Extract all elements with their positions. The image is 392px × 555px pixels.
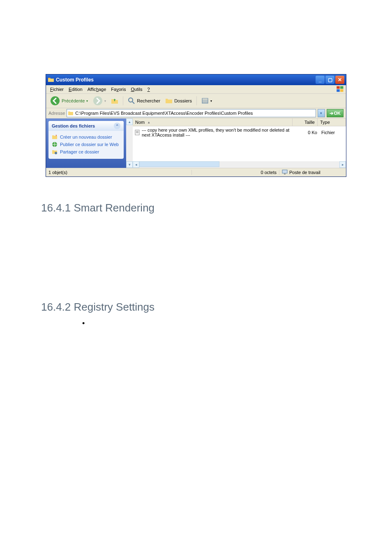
back-label: Précédente	[62, 98, 85, 103]
file-type: Fichier	[321, 130, 344, 135]
scroll-right-button[interactable]: ▸	[339, 161, 346, 168]
file-list-pane: Nom Taille Type --- copy here your own	[133, 118, 346, 168]
panel-vertical-scrollbar[interactable]: ▴ ▾	[126, 118, 133, 168]
maximize-button[interactable]: ▢	[325, 76, 334, 84]
status-bytes: 0 octets	[192, 170, 279, 175]
explorer-window: Custom Profiles _ ▢ ✕ Fichier Edition Af…	[46, 74, 346, 177]
toolbar-separator	[123, 96, 123, 105]
search-icon	[128, 97, 135, 104]
menu-file[interactable]: Fichier	[48, 86, 66, 93]
scroll-track[interactable]	[139, 161, 339, 168]
explorer-body: Gestion des fichiers ⌃ Créer un nouveau …	[46, 118, 346, 168]
doc-heading-smart-rendering: 16.4.1 Smart Rendering	[41, 202, 392, 214]
tasks-panel: Gestion des fichiers ⌃ Créer un nouveau …	[46, 118, 126, 168]
new-folder-icon	[52, 134, 58, 140]
go-arrow-icon: ➔	[330, 111, 333, 116]
scroll-left-button[interactable]: ◂	[133, 161, 139, 168]
bullet-point: •	[82, 319, 392, 328]
collapse-chevron-icon: ⌃	[114, 123, 120, 129]
address-dropdown-button[interactable]: ▾	[318, 109, 325, 117]
window-buttons: _ ▢ ✕	[316, 76, 344, 84]
svg-rect-3	[340, 89, 344, 92]
svg-point-6	[129, 98, 133, 102]
publish-web-icon	[52, 142, 58, 147]
menu-view[interactable]: Affichage	[85, 86, 109, 93]
column-headers: Nom Taille Type	[133, 118, 346, 126]
file-size: 0 Ko	[297, 130, 320, 135]
svg-rect-1	[340, 86, 344, 89]
column-type-label: Type	[320, 120, 330, 125]
up-button[interactable]	[109, 96, 120, 105]
share-folder-icon	[52, 149, 58, 155]
address-go-button[interactable]: ➔ OK	[327, 109, 344, 117]
menu-edit[interactable]: Edition	[66, 86, 85, 93]
task-new-folder[interactable]: Créer un nouveau dossier	[52, 133, 120, 141]
column-size[interactable]: Taille	[293, 118, 318, 126]
address-bar: Adresse C:\Program Files\EVS Broadcast E…	[46, 108, 346, 118]
chevron-down-icon: ▾	[210, 99, 212, 103]
back-arrow-icon	[50, 96, 60, 106]
computer-icon	[282, 169, 288, 176]
svg-point-13	[55, 152, 57, 154]
task-group-title: Gestion des fichiers	[52, 123, 95, 128]
address-input[interactable]: C:\Program Files\EVS Broadcast Equipment…	[67, 109, 316, 117]
task-publish-web[interactable]: Publier ce dossier sur le Web	[52, 141, 120, 148]
svg-rect-18	[282, 170, 287, 173]
chevron-down-icon: ▾	[86, 99, 88, 103]
task-label: Publier ce dossier sur le Web	[60, 142, 119, 147]
list-item[interactable]: --- copy here your own XML profiles, the…	[133, 127, 346, 138]
views-icon	[201, 97, 209, 104]
statusbar: 1 objet(s) 0 octets Poste de travail	[46, 168, 346, 176]
file-rows: --- copy here your own XML profiles, the…	[133, 126, 346, 139]
status-location-text: Poste de travail	[289, 170, 321, 175]
back-button[interactable]: Précédente ▾	[48, 95, 90, 107]
scroll-up-button[interactable]: ▴	[126, 118, 133, 125]
windows-flag-icon	[336, 86, 344, 93]
forward-button[interactable]: ▾	[91, 95, 108, 107]
menubar: Fichier Edition Affichage Favoris Outils…	[46, 85, 346, 94]
folders-label: Dossiers	[174, 98, 192, 103]
file-icon	[134, 130, 140, 135]
task-share-folder[interactable]: Partager ce dossier	[52, 148, 120, 156]
column-type[interactable]: Type	[318, 118, 346, 126]
task-group-header[interactable]: Gestion des fichiers ⌃	[48, 121, 124, 131]
chevron-down-icon: ▾	[104, 99, 106, 103]
address-label: Adresse	[48, 111, 65, 116]
views-button[interactable]: ▾	[200, 96, 214, 105]
svg-rect-14	[135, 130, 139, 135]
folders-icon	[165, 97, 173, 104]
svg-point-5	[93, 96, 102, 105]
folder-up-icon	[111, 97, 118, 104]
toolbar: Précédente ▾ ▾ Rechercher	[46, 94, 346, 108]
close-button[interactable]: ✕	[335, 76, 344, 84]
status-object-count: 1 objet(s)	[46, 170, 192, 175]
search-label: Rechercher	[137, 98, 160, 103]
scroll-down-button[interactable]: ▾	[126, 161, 133, 168]
folder-icon	[68, 110, 74, 116]
toolbar-separator	[196, 96, 197, 105]
column-name-label: Nom	[135, 120, 145, 125]
folders-button[interactable]: Dossiers	[164, 96, 194, 105]
svg-rect-2	[337, 89, 340, 92]
minimize-button[interactable]: _	[316, 76, 325, 84]
column-size-label: Taille	[304, 120, 315, 125]
task-list: Créer un nouveau dossier Publier ce doss…	[48, 131, 124, 159]
scroll-thumb[interactable]	[139, 161, 219, 167]
column-name[interactable]: Nom	[133, 118, 293, 126]
forward-arrow-icon	[93, 96, 103, 106]
file-name: --- copy here your own XML profiles, the…	[142, 128, 296, 137]
address-path: C:\Program Files\EVS Broadcast Equipment…	[75, 111, 253, 116]
search-button[interactable]: Rechercher	[126, 96, 162, 105]
menu-help[interactable]: ?	[145, 86, 152, 93]
svg-rect-19	[284, 174, 286, 174]
menu-favorites[interactable]: Favoris	[108, 86, 128, 93]
svg-point-4	[51, 96, 60, 105]
folder-icon	[48, 77, 54, 83]
horizontal-scrollbar[interactable]: ◂ ▸	[133, 161, 346, 168]
svg-line-7	[132, 102, 134, 104]
task-label: Partager ce dossier	[60, 149, 99, 154]
window-title: Custom Profiles	[56, 77, 316, 83]
window-titlebar[interactable]: Custom Profiles _ ▢ ✕	[46, 74, 346, 85]
doc-heading-registry-settings: 16.4.2 Registry Settings	[41, 301, 392, 313]
menu-tools[interactable]: Outils	[128, 86, 145, 93]
